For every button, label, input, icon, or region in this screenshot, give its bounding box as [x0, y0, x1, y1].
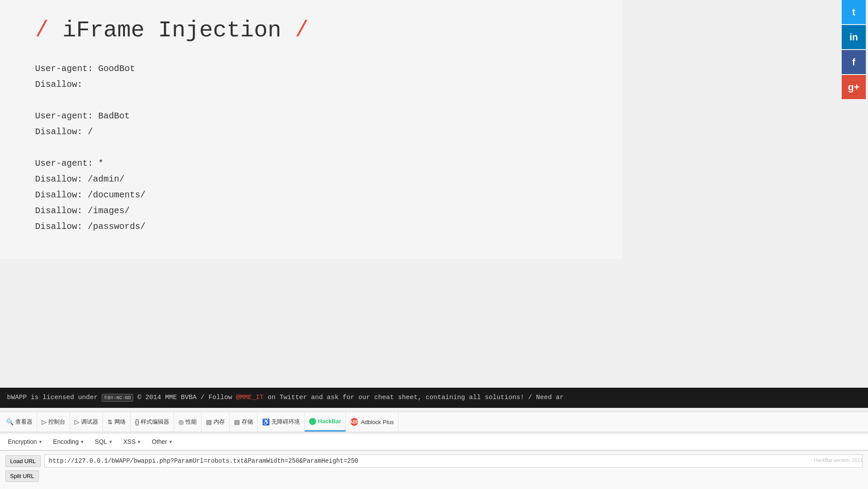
dev-tool-memory[interactable]: ▤ 内存 [202, 412, 230, 432]
dev-tool-storage[interactable]: ▤ 存储 [230, 412, 258, 432]
cc-license-badge: © BY-NC-ND [102, 394, 133, 402]
sql-label: SQL [95, 438, 107, 445]
memory-icon: ▤ [206, 418, 212, 425]
line-4: Disallow: / [35, 127, 93, 137]
blank-line-2 [35, 140, 587, 156]
line-5: User-agent: * [35, 158, 103, 168]
xss-caret: ▼ [137, 439, 141, 444]
main-content: / iFrame Injection / User-agent: GoodBot… [0, 0, 623, 259]
linkedin-icon[interactable]: in [842, 25, 866, 49]
dev-tool-performance[interactable]: ◎ 性能 [174, 412, 202, 432]
dev-tool-console[interactable]: ▷ 控制台 [37, 412, 70, 432]
split-url-button[interactable]: Split URL [5, 470, 39, 482]
dev-tool-style-editor[interactable]: {} 样式编辑器 [131, 412, 174, 432]
encoding-label: Encoding [53, 438, 78, 445]
encryption-menu[interactable]: Encryption ▼ [4, 436, 47, 447]
dev-tool-inspector[interactable]: 🔍 查看器 [2, 412, 37, 432]
url-bar-area: Load URL Split URL HackBar version: 2011 [0, 450, 868, 489]
url-row-1: Load URL [5, 454, 863, 468]
memory-label: 内存 [213, 418, 225, 426]
network-label: 网络 [114, 418, 126, 426]
dev-tool-debugger[interactable]: ▷ 调试器 [70, 412, 103, 432]
xss-menu[interactable]: XSS ▼ [119, 436, 146, 447]
other-menu[interactable]: Other ▼ [147, 436, 177, 447]
hackbar-toolbar: Encryption ▼ Encoding ▼ SQL ▼ XSS ▼ Othe… [0, 433, 868, 450]
xss-label: XSS [123, 438, 135, 445]
facebook-icon[interactable]: f [842, 50, 866, 74]
encryption-caret: ▼ [38, 439, 43, 444]
twitter-handle-link[interactable]: @MME_IT [236, 394, 264, 401]
network-icon: ⇅ [107, 418, 113, 425]
accessibility-label: 无障碍环境 [271, 418, 300, 426]
blank-line-1 [35, 93, 587, 108]
storage-icon: ▤ [234, 418, 240, 425]
encoding-menu[interactable]: Encoding ▼ [49, 436, 89, 447]
by-text: BY-NC-ND [108, 395, 131, 400]
hackbar-label: HackBar [318, 418, 341, 425]
footer-year: © 2014 MME BVBA / Follow [138, 394, 236, 401]
url-input[interactable] [44, 454, 863, 468]
url-row-2: Split URL [5, 470, 863, 482]
load-url-button[interactable]: Load URL [5, 455, 41, 467]
dev-tool-accessibility[interactable]: ♿ 无障碍环境 [258, 412, 305, 432]
dev-tool-adblock[interactable]: ABP Adblock Plus [346, 412, 398, 432]
debugger-icon: ▷ [75, 418, 79, 425]
debugger-label: 调试器 [81, 418, 98, 426]
slash-left: / [35, 18, 49, 43]
storage-label: 存储 [242, 418, 253, 426]
other-caret: ▼ [168, 439, 173, 444]
style-editor-label: 样式编辑器 [141, 418, 169, 426]
performance-label: 性能 [185, 418, 197, 426]
inspector-label: 查看器 [15, 418, 32, 426]
dev-tool-hackbar[interactable]: HackBar [305, 412, 346, 432]
encryption-label: Encryption [8, 438, 37, 445]
console-label: 控制台 [48, 418, 65, 426]
twitter-icon[interactable]: t [842, 0, 866, 24]
line-1: User-agent: GoodBot [35, 64, 135, 74]
other-label: Other [152, 438, 167, 445]
accessibility-icon: ♿ [262, 418, 270, 425]
robots-content: User-agent: GoodBot Disallow: User-agent… [35, 61, 587, 235]
encoding-caret: ▼ [80, 439, 84, 444]
adblock-icon: ABP [350, 418, 358, 426]
performance-icon: ◎ [178, 418, 184, 425]
dev-toolbar: 🔍 查看器 ▷ 控制台 ▷ 调试器 ⇅ 网络 {} 样式编辑器 ◎ 性能 ▤ 内… [0, 412, 868, 432]
dev-tool-network[interactable]: ⇅ 网络 [103, 412, 131, 432]
watermark-text: HackBar version: 2011 [814, 457, 863, 463]
sql-caret: ▼ [108, 439, 113, 444]
cc-text: © [104, 395, 107, 400]
slash-right: / [295, 18, 309, 43]
line-3: User-agent: BadBot [35, 111, 130, 121]
footer-text-end: on Twitter and ask for our cheat sheet, … [268, 394, 564, 401]
line-9: Disallow: /passwords/ [35, 221, 146, 232]
inspector-icon: 🔍 [6, 418, 14, 425]
page-title-text: iFrame Injection [62, 18, 281, 43]
style-editor-icon: {} [135, 418, 139, 425]
sidebar-social-icons: t in f g+ [842, 0, 868, 99]
line-8: Disallow: /images/ [35, 206, 130, 216]
hackbar-circle-icon [309, 418, 316, 425]
sql-menu[interactable]: SQL ▼ [90, 436, 117, 447]
console-icon: ▷ [42, 418, 46, 425]
adblock-label: Adblock Plus [361, 419, 394, 425]
line-7: Disallow: /documents/ [35, 190, 146, 200]
line-6: Disallow: /admin/ [35, 174, 125, 184]
gplus-icon[interactable]: g+ [842, 75, 866, 99]
footer-bar: bWAPP is licensed under © BY-NC-ND © 201… [0, 388, 868, 408]
footer-text-before: bWAPP is licensed under [7, 394, 98, 401]
page-title: / iFrame Injection / [35, 18, 587, 43]
line-2: Disallow: [35, 79, 82, 89]
